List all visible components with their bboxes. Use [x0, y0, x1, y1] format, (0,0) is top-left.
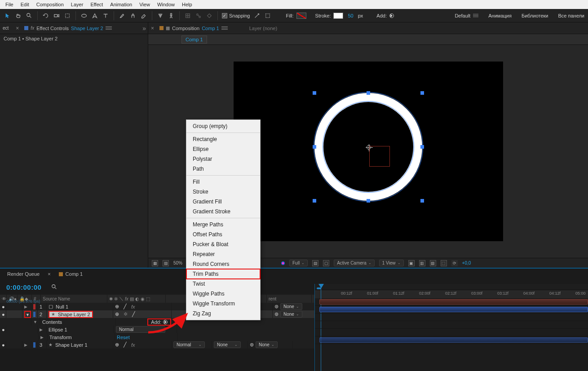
ctx-item-wiggle-paths[interactable]: Wiggle Paths — [186, 289, 260, 299]
menu-view[interactable]: View — [136, 1, 154, 8]
time-ruler[interactable]: 00:12f 01:00f 01:12f 02:00f 02:12f 03:00… — [315, 290, 588, 298]
pen-tool-icon[interactable] — [91, 12, 99, 20]
switch-icon[interactable]: ⊕ — [115, 342, 119, 348]
twirl-icon[interactable]: ▼ — [26, 313, 30, 317]
ctx-item-stroke[interactable]: Stroke — [186, 187, 260, 197]
resolution-dropdown[interactable]: Full⌄ — [289, 260, 308, 266]
ellipse-tool-icon[interactable] — [80, 12, 88, 20]
twirl-icon[interactable]: ▶ — [40, 327, 43, 332]
menu-layer[interactable]: Layer — [67, 1, 87, 8]
camera-dropdown[interactable]: Active Camera⌄ — [334, 260, 375, 266]
zoom-display[interactable]: 50% — [173, 261, 182, 265]
label-color-icon[interactable] — [33, 342, 35, 348]
workspace-default[interactable]: Default — [455, 13, 478, 18]
mesh-tool-icon[interactable] — [184, 12, 192, 20]
mask-toggle-icon[interactable]: ▣ — [408, 260, 415, 266]
orbit-tool-icon[interactable] — [42, 12, 50, 20]
visibility-toggle[interactable]: ● — [0, 310, 6, 318]
layer-bar[interactable] — [319, 307, 588, 312]
camera-tool-icon[interactable] — [53, 12, 61, 20]
handle-icon[interactable] — [420, 145, 424, 149]
parent-pick-icon[interactable]: ⊚ — [274, 304, 279, 309]
canvas[interactable] — [234, 62, 503, 241]
clone-tool-icon[interactable] — [129, 12, 137, 20]
visibility-toggle[interactable]: ● — [0, 326, 6, 333]
composition-tab[interactable]: ▦ Composition Comp 1 — [157, 24, 230, 32]
menu-help[interactable]: Help — [178, 1, 196, 8]
close-tab-icon[interactable]: × — [16, 25, 19, 31]
parent-dropdown[interactable]: None⌄ — [256, 341, 278, 348]
twirl-icon[interactable]: ▶ — [24, 343, 27, 347]
layer-bar[interactable] — [319, 299, 588, 305]
ctx-item-ellipse[interactable]: Ellipse — [186, 144, 260, 154]
switch-icon[interactable]: ⊕ — [115, 304, 119, 309]
roi-icon[interactable]: ▥ — [419, 260, 425, 266]
menu-effect[interactable]: Effect — [87, 1, 106, 8]
ctx-item-trim-paths[interactable]: Trim Paths — [186, 269, 260, 279]
panel-menu-icon[interactable] — [106, 26, 112, 30]
add-shape-button-icon[interactable] — [163, 320, 168, 324]
col-visibility-icon[interactable]: 👁 — [0, 295, 7, 303]
brush-tool-icon[interactable] — [118, 12, 126, 20]
menu-animation[interactable]: Animation — [106, 1, 136, 8]
parent-dropdown[interactable]: None⌄ — [280, 311, 302, 318]
guides-toggle-icon[interactable]: ▢ — [323, 260, 329, 266]
current-timecode[interactable]: 0:00:00:00 — [6, 283, 41, 291]
puppet-tool-icon[interactable] — [167, 12, 175, 20]
ctx-item-pucker-bloat[interactable]: Pucker & Bloat — [186, 239, 260, 249]
layer-tab[interactable]: Layer (none) — [249, 26, 277, 31]
menu-composition[interactable]: Composition — [33, 1, 67, 8]
snap-opt-icon[interactable] — [253, 12, 261, 20]
exposure-display[interactable]: +0,0 — [462, 261, 471, 265]
handle-icon[interactable] — [420, 199, 424, 203]
handle-icon[interactable] — [367, 91, 370, 95]
stroke-width[interactable]: 50 — [346, 13, 355, 18]
pan-behind-tool-icon[interactable] — [63, 12, 71, 20]
zoom-tool-icon[interactable] — [25, 12, 33, 20]
layer-search[interactable] — [46, 284, 163, 290]
tab-overflow-icon[interactable]: » — [142, 25, 145, 32]
parent-dropdown[interactable]: None⌄ — [280, 303, 302, 310]
reset-link[interactable]: Reset — [117, 335, 130, 340]
close-tab-icon[interactable]: × — [48, 271, 50, 277]
handle-icon[interactable] — [367, 199, 370, 203]
effect-controls-tab[interactable]: fx Effect Controls Shape Layer 2 — [22, 24, 114, 32]
workspace-all-panels[interactable]: Все панели — [558, 13, 584, 18]
ctx-item-round-corners[interactable]: Round Corners — [186, 259, 260, 269]
ctx-item-zig-zag[interactable]: Zig Zag — [186, 309, 260, 318]
comp-breadcrumb[interactable]: Comp 1 — [181, 35, 207, 44]
label-color-icon[interactable] — [33, 312, 35, 317]
menu-window[interactable]: Window — [154, 1, 178, 8]
menu-edit[interactable]: Edit — [17, 1, 33, 8]
render-queue-tab[interactable]: Render Queue — [4, 270, 43, 278]
panel-menu-icon[interactable] — [221, 26, 228, 30]
work-area-bar[interactable] — [315, 284, 588, 290]
workspace-animation[interactable]: Анимация — [488, 13, 512, 18]
col-source[interactable]: Source Name — [41, 295, 107, 303]
alpha-toggle-icon[interactable]: ▦ — [152, 260, 158, 266]
ctx-item-polystar[interactable]: Polystar — [186, 154, 260, 164]
workspace-libraries[interactable]: Библиотеки — [522, 13, 548, 18]
ctx-item-gradient-stroke[interactable]: Gradient Stroke — [186, 207, 260, 216]
handle-icon[interactable] — [313, 199, 316, 203]
twirl-icon[interactable]: ▶ — [40, 335, 44, 340]
ctx-item-gradient-fill[interactable]: Gradient Fill — [186, 197, 260, 207]
ctx-item-twist[interactable]: Twist — [186, 279, 260, 289]
trkmat-dropdown[interactable]: None⌄ — [214, 341, 241, 348]
view-dropdown[interactable]: 1 View⌄ — [379, 260, 404, 266]
switch-icon[interactable]: ⊕ — [115, 311, 119, 317]
twirl-icon[interactable]: ▶ — [24, 305, 27, 309]
blend-mode-dropdown[interactable]: Normal⌄ — [173, 341, 205, 348]
parent-pick-icon[interactable]: ⊚ — [274, 311, 279, 317]
mesh-tool-3-icon[interactable] — [205, 12, 213, 20]
menu-file[interactable]: File — [2, 1, 17, 8]
eraser-tool-icon[interactable] — [140, 12, 148, 20]
visibility-toggle[interactable]: ● — [0, 341, 6, 349]
refresh-icon[interactable]: ⟳ — [451, 260, 458, 266]
ctx-item-path[interactable]: Path — [186, 164, 260, 174]
handle-icon[interactable] — [420, 91, 424, 95]
snap-opt-2-icon[interactable] — [264, 12, 272, 20]
handle-icon[interactable] — [313, 145, 316, 149]
ctx-item-repeater[interactable]: Repeater — [186, 249, 260, 259]
visibility-toggle[interactable]: ● — [0, 303, 6, 310]
